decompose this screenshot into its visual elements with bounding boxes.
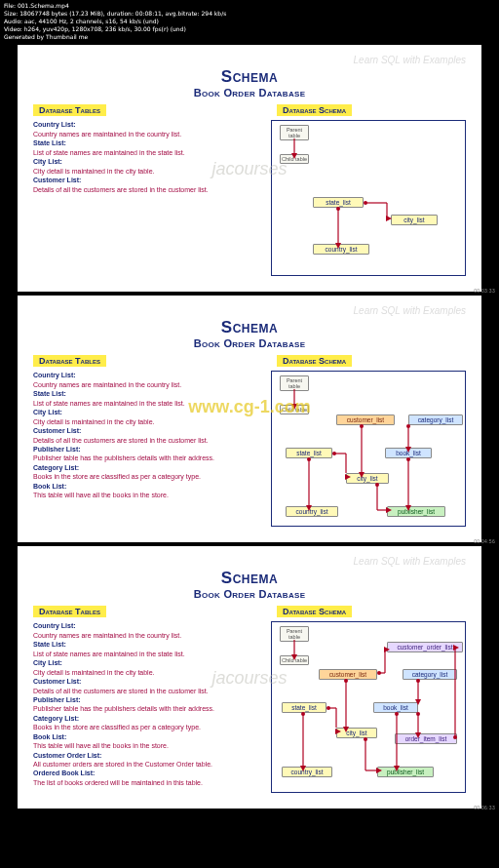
node-customer: customer_list [336, 414, 395, 425]
svg-point-47 [416, 679, 420, 683]
svg-point-44 [301, 712, 305, 716]
frame-1: Learn SQL with Examples Schema Book Orde… [18, 45, 481, 292]
svg-point-14 [332, 452, 336, 455]
timestamp: 00:06:33 [474, 805, 495, 810]
frame-3: Learn SQL with Examples Schema Book Orde… [18, 546, 481, 809]
svg-point-24 [406, 457, 410, 461]
node-state: state_list [313, 197, 364, 208]
svg-point-51 [395, 712, 399, 716]
schema-subtitle: Book Order Database [33, 87, 466, 99]
schema-diagram-2: Parent table Child table customer_list c… [271, 371, 466, 527]
table-list: Country List:Country names are maintaine… [33, 371, 261, 499]
svg-point-40 [326, 706, 330, 710]
db-tables-label: Database Tables [33, 104, 106, 116]
node-country: country_list [282, 767, 332, 777]
table-list: Country List:Country names are maintaine… [33, 120, 261, 194]
svg-point-6 [336, 207, 340, 211]
svg-point-21 [406, 424, 410, 428]
node-state: state_list [286, 448, 332, 458]
node-category: category_list [408, 414, 463, 425]
svg-point-2 [364, 201, 367, 205]
node-city: city_list [391, 215, 438, 225]
node-publisher: publisher_list [377, 767, 434, 777]
legend-parent: Parent table [280, 125, 309, 140]
node-category: category_list [403, 669, 457, 680]
schema-diagram-3: Parent table Child table customer_order_… [271, 621, 466, 793]
tagline: Learn SQL with Examples [33, 55, 466, 65]
db-schema-label: Database Schema [277, 104, 352, 116]
node-order-item: order_item_list [395, 733, 457, 744]
thumbnail-grid: Learn SQL with Examples Schema Book Orde… [0, 43, 499, 820]
schema-diagram-1: Parent table Child table state_list city… [271, 120, 466, 276]
node-city: city_list [336, 728, 377, 738]
schema-heading: Schema [33, 67, 466, 87]
svg-point-33 [377, 671, 381, 675]
node-country: country_list [313, 244, 369, 255]
svg-point-18 [307, 457, 311, 461]
legend-child: Child table [280, 154, 309, 164]
node-state: state_list [282, 702, 326, 713]
node-country: country_list [286, 506, 338, 517]
svg-point-60 [364, 737, 367, 741]
node-book: book_list [385, 448, 432, 458]
timestamp: 00:04:56 [474, 538, 495, 544]
svg-point-37 [344, 679, 348, 683]
node-customer-order: customer_order_list [387, 642, 463, 652]
node-publisher: publisher_list [387, 506, 445, 517]
tagline: Learn SQL with Examples [33, 556, 466, 567]
video-metadata: File: 001.Schema.mp4 Size: 18067748 byte… [0, 0, 499, 43]
svg-point-54 [416, 712, 420, 716]
node-city: city_list [346, 473, 389, 484]
table-list: Country List:Country names are maintaine… [33, 621, 261, 787]
frame-2: Learn SQL with Examples Schema Book Orde… [18, 296, 481, 542]
tagline: Learn SQL with Examples [33, 305, 466, 316]
node-customer: customer_list [319, 669, 377, 680]
timestamp: 00:03:33 [474, 288, 495, 294]
svg-point-27 [375, 483, 379, 487]
svg-point-11 [360, 424, 364, 428]
node-book: book_list [373, 702, 418, 713]
